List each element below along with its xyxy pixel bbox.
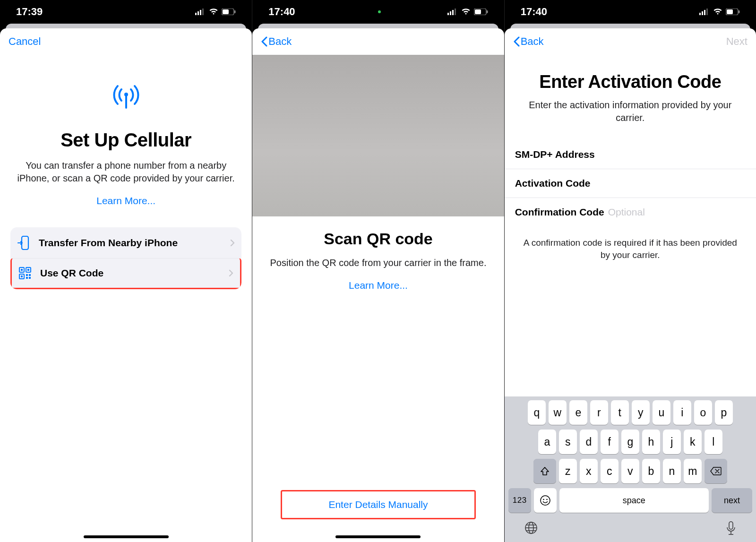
status-bar: 17:40: [252, 0, 504, 24]
key-u[interactable]: u: [653, 400, 670, 425]
svg-rect-28: [702, 11, 703, 15]
cancel-button[interactable]: Cancel: [9, 35, 41, 48]
status-time: 17:40: [268, 6, 295, 18]
camera-preview[interactable]: [252, 55, 504, 216]
key-v[interactable]: v: [621, 459, 639, 483]
form-section: Enter Activation Code Enter the activati…: [505, 72, 756, 261]
page-subtitle: You can transfer a phone number from a n…: [17, 159, 235, 185]
delete-key[interactable]: [704, 459, 727, 483]
svg-rect-15: [21, 275, 23, 277]
key-f[interactable]: f: [601, 430, 619, 454]
wifi-icon: [713, 9, 722, 15]
key-h[interactable]: h: [642, 430, 660, 454]
key-p[interactable]: p: [715, 400, 733, 425]
keyboard-row-2: asdfghjkl: [507, 430, 754, 454]
delete-icon: [710, 467, 722, 475]
learn-more-link[interactable]: Learn More...: [0, 195, 252, 206]
key-c[interactable]: c: [601, 459, 619, 483]
back-button[interactable]: Back: [261, 35, 292, 48]
shift-key[interactable]: [533, 459, 556, 483]
globe-key[interactable]: [524, 521, 538, 535]
phone-screen-3: 17:40 Back Next Enter Activation Code En…: [504, 0, 756, 542]
key-i[interactable]: i: [673, 400, 691, 425]
home-indicator[interactable]: [335, 535, 421, 538]
key-l[interactable]: l: [704, 430, 722, 454]
key-b[interactable]: b: [642, 459, 660, 483]
page-title: Set Up Cellular: [0, 129, 252, 151]
key-e[interactable]: e: [569, 400, 587, 425]
cellular-icon: [699, 9, 710, 15]
svg-rect-6: [234, 10, 236, 13]
enter-details-manually-button[interactable]: Enter Details Manually: [281, 490, 475, 519]
space-key[interactable]: space: [559, 488, 709, 513]
key-a[interactable]: a: [538, 430, 556, 454]
key-d[interactable]: d: [580, 430, 598, 454]
svg-rect-25: [475, 9, 481, 14]
svg-rect-11: [21, 269, 23, 271]
key-q[interactable]: q: [528, 400, 546, 425]
key-y[interactable]: y: [632, 400, 650, 425]
svg-rect-30: [706, 9, 708, 15]
svg-rect-33: [739, 10, 740, 13]
form-note: A confirmation code is required if it ha…: [524, 237, 737, 261]
emoji-key[interactable]: [534, 488, 557, 513]
field-placeholder: Optional: [608, 206, 645, 218]
chevron-right-icon: [230, 239, 235, 247]
smdp-address-field[interactable]: SM-DP+ Address: [505, 140, 756, 169]
globe-icon: [524, 521, 538, 534]
svg-rect-3: [202, 9, 204, 15]
modal-sheet: Cancel Set Up Cellular You can transfer …: [0, 28, 252, 542]
modal-sheet: Back Next Enter Activation Code Enter th…: [505, 28, 756, 542]
dictate-key[interactable]: [726, 521, 736, 535]
key-n[interactable]: n: [663, 459, 681, 483]
keyboard-row-4: 123 space next: [508, 488, 752, 513]
svg-rect-13: [27, 269, 29, 271]
svg-rect-20: [447, 13, 449, 15]
svg-rect-26: [487, 10, 488, 13]
wifi-icon: [461, 9, 471, 15]
field-label: Confirmation Code: [515, 206, 604, 218]
status-time: 17:40: [521, 6, 547, 18]
key-x[interactable]: x: [580, 459, 598, 483]
key-m[interactable]: m: [684, 459, 702, 483]
svg-rect-17: [29, 274, 31, 276]
svg-rect-32: [727, 9, 733, 14]
key-g[interactable]: g: [621, 430, 639, 454]
key-w[interactable]: w: [549, 400, 567, 425]
enter-details-label: Enter Details Manually: [328, 499, 428, 510]
key-k[interactable]: k: [684, 430, 702, 454]
nav-bar: Cancel: [0, 28, 252, 55]
svg-rect-40: [729, 522, 733, 529]
svg-rect-27: [699, 13, 701, 15]
key-r[interactable]: r: [590, 400, 608, 425]
back-button[interactable]: Back: [513, 35, 544, 48]
svg-rect-21: [450, 11, 451, 15]
chevron-left-icon: [513, 36, 520, 47]
learn-more-link[interactable]: Learn More...: [252, 280, 504, 291]
keyboard-toolbar: [507, 516, 754, 539]
field-label: Activation Code: [515, 178, 591, 189]
key-j[interactable]: j: [663, 430, 681, 454]
key-s[interactable]: s: [559, 430, 577, 454]
confirmation-code-field[interactable]: Confirmation Code Optional: [505, 198, 756, 226]
key-o[interactable]: o: [694, 400, 712, 425]
status-icons: [195, 9, 236, 15]
option-transfer-nearby[interactable]: Transfer From Nearby iPhone: [10, 227, 241, 258]
next-key[interactable]: next: [712, 488, 752, 513]
field-label: SM-DP+ Address: [515, 149, 595, 160]
numbers-key[interactable]: 123: [508, 488, 531, 513]
key-t[interactable]: t: [611, 400, 629, 425]
nav-bar: Back Next: [505, 28, 756, 55]
option-use-qr-code[interactable]: Use QR Code: [10, 258, 241, 289]
activation-code-field[interactable]: Activation Code: [505, 169, 756, 198]
svg-rect-16: [26, 274, 28, 276]
home-indicator[interactable]: [84, 535, 169, 538]
key-z[interactable]: z: [559, 459, 577, 483]
svg-point-36: [546, 499, 548, 500]
svg-rect-23: [455, 9, 456, 15]
svg-rect-29: [704, 10, 705, 15]
svg-point-35: [543, 499, 544, 500]
status-time: 17:39: [16, 6, 43, 18]
next-button-disabled: Next: [726, 35, 747, 48]
phone-screen-1: 17:39 Cancel Set Up Cellular You: [0, 0, 252, 542]
